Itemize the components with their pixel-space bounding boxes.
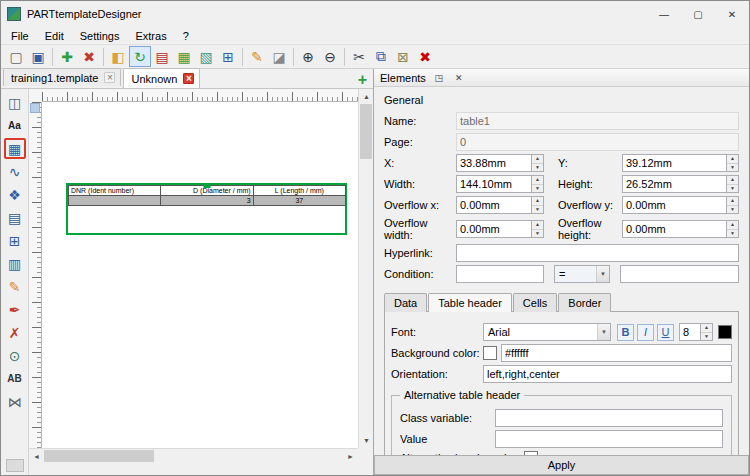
bold-button[interactable]: B (617, 324, 634, 341)
height-input[interactable] (622, 175, 726, 193)
edit-icon[interactable]: ✎ (246, 46, 268, 67)
overflow-width-input[interactable] (456, 220, 531, 238)
maximize-icon[interactable]: ▢ (681, 1, 715, 27)
selection-handle[interactable] (203, 183, 210, 188)
spin-down-icon[interactable]: ▼ (532, 185, 543, 193)
spin-down-icon[interactable]: ▼ (727, 185, 738, 193)
panel-tab-cells[interactable]: Cells (513, 293, 557, 312)
hyperlink-input[interactable] (456, 244, 739, 262)
underline-button[interactable]: U (657, 324, 674, 341)
minimize-icon[interactable]: — (647, 1, 681, 27)
class-variable-input[interactable] (495, 409, 723, 427)
font-color-swatch[interactable] (718, 325, 732, 339)
grid-tool-icon[interactable]: ▥ (4, 253, 26, 274)
width-spinner[interactable]: ▲▼ (531, 175, 544, 193)
y-input[interactable] (622, 154, 726, 172)
spin-down-icon[interactable]: ▼ (727, 230, 738, 238)
document-tab[interactable]: training1.template× (3, 68, 121, 86)
menu-extras[interactable]: Extras (127, 29, 174, 43)
new-document-icon[interactable]: ▢ (5, 46, 27, 67)
panel-close-icon[interactable]: ✕ (452, 73, 466, 83)
spin-down-icon[interactable]: ▼ (532, 164, 543, 172)
spin-down-icon[interactable]: ▼ (727, 206, 738, 214)
fill-color-icon[interactable]: ◧ (107, 46, 129, 67)
spin-up-icon[interactable]: ▲ (727, 176, 738, 185)
scroll-left-icon[interactable]: ◄ (29, 449, 44, 464)
panel-tab-table-header[interactable]: Table header (428, 293, 512, 312)
save-icon[interactable]: ▣ (27, 46, 49, 67)
vertical-scrollbar[interactable]: ▲ ▼ (358, 89, 373, 448)
name-input[interactable] (456, 112, 739, 130)
spin-up-icon[interactable]: ▲ (532, 197, 543, 206)
spin-up-icon[interactable]: ▲ (727, 155, 738, 164)
panel-tab-border[interactable]: Border (558, 293, 611, 312)
width-field[interactable]: ▲▼ (456, 175, 544, 193)
stamp-icon[interactable]: ⊠ (392, 46, 414, 67)
refresh-icon[interactable]: ↻ (129, 46, 151, 67)
tab-close-icon[interactable]: × (104, 72, 115, 83)
y-field[interactable]: ▲▼ (622, 154, 739, 172)
spin-down-icon[interactable]: ▼ (532, 230, 543, 238)
printer-tool-icon[interactable]: ▤ (4, 207, 26, 228)
delete-element-icon[interactable]: ✖ (78, 46, 100, 67)
overflow-y-field[interactable]: ▲▼ (622, 196, 739, 214)
export-image-icon[interactable]: ▧ (195, 46, 217, 67)
zoom-out-icon[interactable]: ⊖ (319, 46, 341, 67)
tab-close-icon[interactable]: × (183, 73, 194, 84)
curve-tool-icon[interactable]: ∿ (4, 161, 26, 182)
horizontal-scroll-thumb[interactable] (44, 450, 154, 462)
pin-tool-icon[interactable]: ⊙ (4, 345, 26, 366)
y-spinner[interactable]: ▲▼ (726, 154, 739, 172)
overflow-width-spinner[interactable]: ▲▼ (531, 220, 544, 238)
overflow-y-input[interactable] (622, 196, 726, 214)
font-size-spinner[interactable]: ▲ ▼ (700, 323, 713, 341)
value-input[interactable] (495, 430, 723, 448)
background-color-input[interactable] (501, 344, 732, 362)
pen-tool-icon[interactable]: ✒ (4, 299, 26, 320)
x-spinner[interactable]: ▲▼ (531, 154, 544, 172)
condition-operator-select[interactable]: = ▼ (554, 265, 610, 283)
export-pdf-icon[interactable]: ▤ (151, 46, 173, 67)
font-size-input[interactable] (679, 323, 700, 341)
label-tool-icon[interactable]: AB (4, 368, 26, 389)
x-field[interactable]: ▲▼ (456, 154, 544, 172)
scroll-up-icon[interactable]: ▲ (359, 89, 374, 104)
condition-input[interactable] (456, 265, 544, 283)
panel-tool-icon[interactable]: ◫ (4, 92, 26, 113)
copy-icon[interactable]: ⧉ (370, 46, 392, 67)
scroll-right-icon[interactable]: ► (343, 449, 358, 464)
spin-up-icon[interactable]: ▲ (532, 176, 543, 185)
overflow-y-spinner[interactable]: ▲▼ (726, 196, 739, 214)
page-input[interactable] (456, 133, 739, 151)
menu-help[interactable]: ? (175, 29, 197, 43)
height-field[interactable]: ▲▼ (622, 175, 739, 193)
cross-tool-icon[interactable]: ✗ (4, 322, 26, 343)
spin-down-icon[interactable]: ▼ (727, 164, 738, 172)
document-table[interactable]: DNR (Ident number)D (Diameter / mm)L (Le… (68, 185, 345, 205)
font-select[interactable]: Arial ▼ (483, 323, 611, 341)
spin-down-icon[interactable]: ▼ (701, 333, 712, 341)
zoom-in-icon[interactable]: ⊕ (297, 46, 319, 67)
background-color-swatch[interactable] (483, 346, 497, 360)
text-tool-icon[interactable]: Aa (4, 115, 26, 136)
overflow-x-input[interactable] (456, 196, 531, 214)
shape-tool-icon[interactable]: ❖ (4, 184, 26, 205)
overflow-x-field[interactable]: ▲▼ (456, 196, 544, 214)
document-tab[interactable]: Unknown× (123, 68, 200, 88)
anchor-tool-icon[interactable]: ⋈ (4, 391, 26, 412)
overflow-width-field[interactable]: ▲▼ (456, 220, 544, 238)
table-tool-icon[interactable]: ▦ (4, 138, 26, 159)
italic-button[interactable]: I (637, 324, 654, 341)
page-viewport[interactable]: DNR (Ident number)D (Diameter / mm)L (Le… (42, 102, 358, 448)
spin-up-icon[interactable]: ▲ (727, 197, 738, 206)
spin-down-icon[interactable]: ▼ (532, 206, 543, 214)
menu-settings[interactable]: Settings (72, 29, 128, 43)
spin-up-icon[interactable]: ▲ (701, 324, 712, 333)
condition-value-input[interactable] (620, 265, 739, 283)
vertical-scroll-thumb[interactable] (360, 104, 372, 159)
horizontal-scrollbar[interactable]: ◄ ► (29, 448, 358, 463)
eraser-icon[interactable]: ◪ (268, 46, 290, 67)
overflow-x-spinner[interactable]: ▲▼ (531, 196, 544, 214)
orientation-input[interactable] (483, 365, 732, 383)
menu-edit[interactable]: Edit (37, 29, 72, 43)
